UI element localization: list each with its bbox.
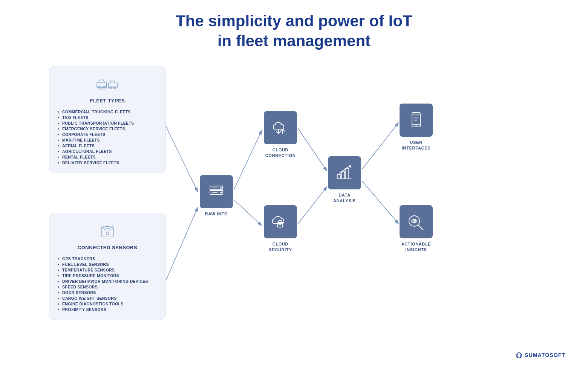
fleet-list-item: COMMERCIAL TRUCKING FLEETS: [57, 109, 158, 114]
cloud-connection-label: CLOUDCONNECTION: [265, 147, 296, 159]
sensor-list-item: DOOR SENSORS: [57, 290, 158, 295]
svg-line-39: [418, 225, 423, 230]
svg-point-20: [220, 192, 222, 193]
cloud-security-box: [264, 205, 297, 238]
cloud-security-block: CLOUDSECURITY: [264, 205, 297, 253]
diagram-container: FLEET TYPES COMMERCIAL TRUCKING FLEETSTA…: [49, 66, 539, 345]
actionable-insights-block: ACTIONABLEINSIGHTS: [400, 205, 433, 253]
sensors-card: CONNECTED SENSORS GPS TRACKERSFUEL LEVEL…: [49, 213, 166, 320]
cloud-security-label: CLOUDSECURITY: [269, 241, 292, 253]
sensor-list-item: SPEED SENSORS: [57, 284, 158, 290]
fleet-icon: [57, 75, 158, 94]
sensor-list-item: TEMPERATURE SENSORS: [57, 267, 158, 273]
fleet-card-title: FLEET TYPES: [57, 98, 158, 104]
svg-point-26: [279, 224, 281, 226]
raw-info-box: [200, 175, 233, 208]
actionable-insights-label: ACTIONABLEINSIGHTS: [401, 241, 431, 253]
fleet-list-item: MARITIME FLEETS: [57, 137, 158, 143]
sensor-list-item: ENGINE DIAGNOSTICS TOOLS: [57, 301, 158, 307]
cloud-connection-box: [264, 111, 297, 144]
svg-line-4: [234, 200, 262, 226]
svg-marker-43: [518, 354, 521, 357]
fleet-list-item: RENTAL FLEETS: [57, 154, 158, 160]
svg-line-1: [166, 126, 198, 192]
sensor-list-item: FUEL LEVEL SENSORS: [57, 261, 158, 267]
fleet-list-item: PUBLIC TRANSPORTATION FLEETS: [57, 120, 158, 126]
raw-info-label: RAW INFO: [205, 211, 228, 217]
fleet-list-item: EMERGENCY SERVICE FLEETS: [57, 126, 158, 131]
user-interfaces-block: USERINTERFACES: [400, 104, 433, 151]
svg-rect-27: [337, 174, 340, 179]
fleet-list-item: TAXI FLEETS: [57, 114, 158, 120]
data-analysis-block: DATAANALYSIS: [328, 156, 361, 204]
fleet-list: COMMERCIAL TRUCKING FLEETSTAXI FLEETSPUB…: [57, 109, 158, 165]
sensor-list-item: GPS TRACKERS: [57, 256, 158, 261]
fleet-list-item: AGRICULTURAL FLEETS: [57, 148, 158, 154]
data-analysis-box: [328, 156, 361, 189]
svg-rect-28: [341, 171, 345, 179]
page-wrapper: The simplicity and power of IoT in fleet…: [0, 0, 588, 366]
sensor-list-item: CARGO WEIGHT SENSORS: [57, 295, 158, 301]
sensor-list-item: PROXIMITY SENSORS: [57, 307, 158, 312]
logo-text: SUMATOSOFT: [525, 352, 565, 358]
svg-point-19: [220, 187, 222, 189]
actionable-insights-box: [400, 205, 433, 238]
svg-line-5: [298, 128, 327, 171]
svg-point-37: [416, 125, 417, 126]
svg-line-2: [166, 207, 198, 281]
fleet-card: FLEET TYPES COMMERCIAL TRUCKING FLEETSTA…: [49, 66, 166, 173]
fleet-list-item: CORPORATE FLEETS: [57, 131, 158, 137]
main-title: The simplicity and power of IoT in fleet…: [176, 11, 412, 51]
logo-icon: [516, 352, 522, 358]
raw-info-block: RAW INFO: [200, 175, 233, 217]
user-interfaces-label: USERINTERFACES: [402, 140, 430, 151]
user-interfaces-box: [400, 104, 433, 137]
sensors-icon: [57, 222, 158, 241]
sensors-card-title: CONNECTED SENSORS: [57, 245, 158, 250]
svg-line-3: [234, 130, 262, 190]
cloud-connection-block: CLOUDCONNECTION: [264, 111, 297, 159]
svg-line-8: [362, 181, 399, 224]
sensors-list: GPS TRACKERSFUEL LEVEL SENSORSTEMPERATUR…: [57, 256, 158, 312]
svg-line-7: [362, 122, 399, 169]
fleet-list-item: AERIAL FLEETS: [57, 143, 158, 148]
sensor-list-item: TIRE PRESSURE MONITORS: [57, 273, 158, 278]
svg-point-41: [413, 220, 415, 222]
svg-point-15: [106, 232, 109, 235]
sensor-list-item: DRIVER BEHAVIOR MONITORING DEVICES: [57, 278, 158, 284]
logo-area: SUMATOSOFT: [516, 352, 565, 358]
svg-rect-29: [346, 168, 349, 179]
svg-line-6: [298, 186, 327, 224]
data-analysis-label: DATAANALYSIS: [333, 192, 356, 204]
fleet-list-item: DELIVERY SERVICE FLEETS: [57, 160, 158, 165]
